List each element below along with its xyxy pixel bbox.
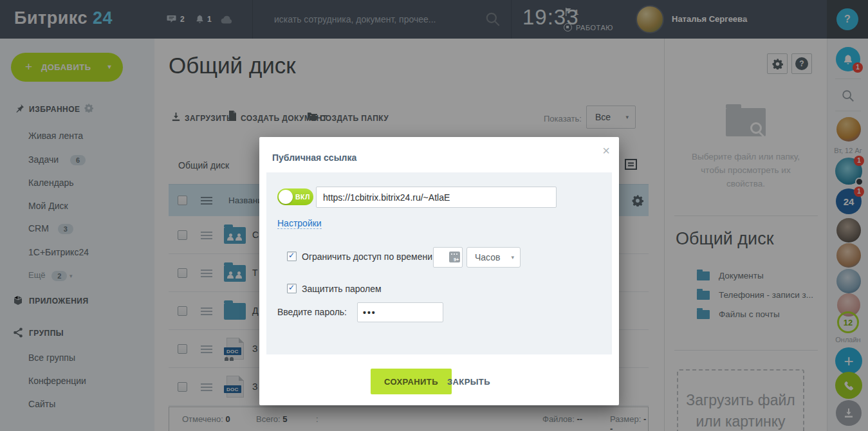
modal-title: Публичная ссылка <box>272 152 356 163</box>
close-icon[interactable]: × <box>602 143 610 158</box>
chevron-down-icon: ▾ <box>511 254 514 261</box>
public-url-input[interactable] <box>316 187 557 208</box>
public-link-modal: Публичная ссылка × ВКЛ Настройки Огранич… <box>259 137 619 405</box>
time-icon-label: 9+ <box>454 257 459 262</box>
toggle-knob <box>279 190 293 204</box>
hours-dropdown[interactable]: Часов ▾ <box>466 247 521 268</box>
bitrix24-app: Битрикс 24 2 1 19:33 1 РАБОТАЮ Наталья С <box>0 0 868 431</box>
toggle-label: ВКЛ <box>295 193 310 201</box>
password-input[interactable] <box>357 302 443 322</box>
time-value-field: 9+ <box>433 247 463 268</box>
limit-time-label: Ограничить доступ по времени <box>302 252 432 262</box>
limit-time-checkbox[interactable] <box>287 252 297 261</box>
save-button[interactable]: СОХРАНИТЬ <box>371 369 452 394</box>
settings-link[interactable]: Настройки <box>277 218 322 229</box>
password-protect-checkbox[interactable] <box>287 284 297 293</box>
link-enabled-toggle[interactable]: ВКЛ <box>277 188 313 205</box>
close-button[interactable]: ЗАКРЫТЬ <box>447 377 490 387</box>
hours-value: Часов <box>475 252 501 262</box>
password-protect-label: Защитить паролем <box>302 284 382 294</box>
time-picker-icon[interactable]: 9+ <box>449 252 460 262</box>
password-label: Введите пароль: <box>277 307 347 317</box>
